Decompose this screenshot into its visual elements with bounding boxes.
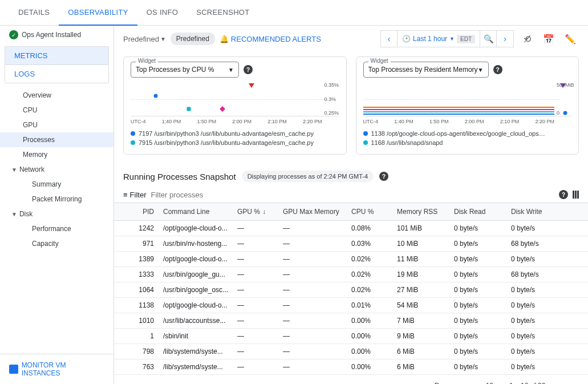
cell-cmd: /usr/bin/nv-hosteng... bbox=[163, 240, 237, 248]
tab-screenshot[interactable]: SCREENSHOT bbox=[187, 0, 258, 25]
xtick: 2:00 PM bbox=[465, 119, 484, 124]
tab-details[interactable]: DETAILS bbox=[9, 0, 59, 25]
monitor-vm-link[interactable]: MONITOR VM INSTANCES bbox=[0, 354, 113, 384]
col-cmd[interactable]: Command Line bbox=[163, 208, 237, 216]
xtick: 1:40 PM bbox=[394, 119, 413, 124]
time-next-button[interactable]: › bbox=[497, 30, 514, 47]
xtick: 2:00 PM bbox=[232, 119, 252, 124]
chart2-body[interactable]: 500MiB 0 bbox=[363, 82, 572, 116]
col-cpu[interactable]: CPU % bbox=[351, 208, 397, 216]
table-row[interactable]: 798/lib/systemd/syste...——0.00%6 MiB0 by… bbox=[114, 344, 588, 359]
table-row[interactable]: 1/sbin/init——0.00%9 MiB0 byte/s0 byte/s bbox=[114, 329, 588, 344]
nav-overview[interactable]: Overview bbox=[0, 88, 113, 103]
edit-icon[interactable]: ✏️ bbox=[562, 30, 579, 47]
search-button[interactable]: 🔍 bbox=[480, 30, 497, 47]
chevron-down-icon: ▼ bbox=[11, 167, 17, 173]
predefined-dropdown[interactable]: Predefined ▼ bbox=[123, 35, 166, 43]
help-icon[interactable]: ? bbox=[559, 190, 568, 199]
col-pid[interactable]: PID bbox=[123, 208, 163, 216]
subtab-logs[interactable]: LOGS bbox=[5, 64, 108, 83]
time-range-picker[interactable]: 🕑 Last 1 hour ▼ EDT bbox=[398, 30, 480, 47]
table-row[interactable]: 1138/opt/google-cloud-o...——0.01%54 MiB0… bbox=[114, 298, 588, 313]
nav-disk[interactable]: ▼ Disk bbox=[0, 207, 113, 221]
chart2-lines bbox=[363, 106, 555, 115]
table-row[interactable]: 1333/usr/bin/google_gu...——0.02%19 MiB0 … bbox=[114, 267, 588, 282]
col-dw[interactable]: Disk Write bbox=[511, 208, 568, 216]
nav-gpu[interactable]: GPU bbox=[0, 118, 113, 132]
page-next-button[interactable]: › bbox=[571, 381, 579, 384]
tab-os-info[interactable]: OS INFO bbox=[137, 0, 188, 25]
chevron-down-icon: ▼ bbox=[160, 36, 166, 42]
nav-performance[interactable]: Performance bbox=[0, 221, 113, 236]
col-dr[interactable]: Disk Read bbox=[454, 208, 511, 216]
columns-icon[interactable] bbox=[573, 191, 579, 199]
cell-gpu: — bbox=[237, 301, 283, 309]
filter-input[interactable] bbox=[151, 191, 554, 199]
charts-row: Widget Top Processes by CPU % ▼ ? 0.35% bbox=[114, 52, 588, 159]
auto-refresh-off-icon[interactable]: ⟲̸ bbox=[518, 30, 536, 47]
subtab-metrics[interactable]: METRICS bbox=[5, 47, 108, 64]
cell-rss: 10 MiB bbox=[397, 240, 454, 248]
table-row[interactable]: 1389/opt/google-cloud-o...——0.02%11 MiB0… bbox=[114, 252, 588, 267]
widget2-value: Top Processes by Resident Memory bbox=[368, 66, 478, 74]
rpp-label: Rows per page: bbox=[435, 382, 482, 384]
widget1-select[interactable]: Widget Top Processes by CPU % ▼ bbox=[131, 62, 239, 78]
table-row[interactable]: 971/usr/bin/nv-hosteng...——0.03%10 MiB0 … bbox=[114, 236, 588, 252]
table-row[interactable]: 763/lib/systemd/syste...——0.00%6 MiB0 by… bbox=[114, 359, 588, 375]
help-icon[interactable]: ? bbox=[379, 172, 388, 181]
col-rss[interactable]: Memory RSS bbox=[397, 208, 454, 216]
page-range: 1 – 10 of 32 bbox=[509, 382, 545, 384]
xtick: 1:50 PM bbox=[429, 119, 449, 124]
chart1-body[interactable]: 0.35% 0.3% 0.25% bbox=[131, 82, 339, 116]
cell-dr: 0 byte/s bbox=[454, 301, 511, 309]
recommended-alerts-button[interactable]: 🔔 RECOMMENDED ALERTS bbox=[220, 35, 321, 43]
monitor-vm-label: MONITOR VM INSTANCES bbox=[22, 361, 104, 377]
cell-gpu: — bbox=[237, 317, 283, 325]
cell-gpu: — bbox=[237, 347, 283, 355]
table-row[interactable]: 1242/opt/google-cloud-o...——0.08%101 MiB… bbox=[114, 221, 588, 236]
nav-memory[interactable]: Memory bbox=[0, 147, 113, 162]
monitor-icon bbox=[9, 365, 18, 374]
nav-summary[interactable]: Summary bbox=[0, 177, 113, 192]
col-gpu[interactable]: GPU % ↓ bbox=[237, 208, 283, 216]
predefined-chip[interactable]: Predefined bbox=[171, 33, 215, 45]
predefined-label: Predefined bbox=[123, 35, 159, 43]
nav-capacity[interactable]: Capacity bbox=[0, 236, 113, 251]
cell-cmd: /opt/google-cloud-o... bbox=[163, 301, 237, 309]
time-prev-button[interactable]: ‹ bbox=[380, 30, 398, 47]
help-icon[interactable]: ? bbox=[244, 65, 253, 74]
table-row[interactable]: 1064/usr/bin/google_osc...——0.02%27 MiB0… bbox=[114, 282, 588, 298]
widget2-select[interactable]: Widget Top Processes by Resident Memory … bbox=[363, 62, 489, 78]
legend-item[interactable]: 1168 /usr/lib/snapd/snapd bbox=[363, 138, 572, 147]
cell-cpu: 0.00% bbox=[351, 332, 397, 340]
nav-packet-mirroring[interactable]: Packet Mirroring bbox=[0, 192, 113, 207]
cell-cmd: /sbin/init bbox=[163, 332, 237, 340]
processes-table: PID Command Line GPU % ↓ GPU Max Memory … bbox=[114, 203, 588, 375]
calendar-icon[interactable]: 📅 bbox=[540, 30, 557, 47]
cell-rss: 27 MiB bbox=[397, 286, 454, 294]
legend-item[interactable]: 7915 /usr/bin/python3 /usr/lib/ubuntu-ad… bbox=[131, 138, 339, 147]
page-prev-button[interactable]: ‹ bbox=[554, 381, 562, 384]
cell-dr: 0 byte/s bbox=[454, 240, 511, 248]
tab-observability[interactable]: OBSERVABILITY bbox=[59, 0, 137, 26]
nav-network[interactable]: ▼ Network bbox=[0, 162, 113, 177]
timezone-chip[interactable]: EDT bbox=[457, 35, 475, 43]
bell-icon: 🔔 bbox=[220, 35, 229, 43]
help-icon[interactable]: ? bbox=[493, 65, 502, 74]
cell-cpu: 0.03% bbox=[351, 240, 397, 248]
rpp-select[interactable]: 10 ▼ bbox=[486, 382, 500, 384]
nav-cpu[interactable]: CPU bbox=[0, 103, 113, 118]
nav-processes[interactable]: Processes bbox=[0, 132, 113, 147]
cell-cmd: /usr/lib/accountsse... bbox=[163, 317, 237, 325]
snapshot-header: Running Processes Snapshot Displaying pr… bbox=[114, 159, 588, 187]
cell-rss: 11 MiB bbox=[397, 255, 454, 263]
cell-rss: 6 MiB bbox=[397, 363, 454, 371]
col-gmem[interactable]: GPU Max Memory bbox=[283, 208, 351, 216]
table-row[interactable]: 1010/usr/lib/accountsse...——0.00%7 MiB0 … bbox=[114, 313, 588, 329]
cell-dr: 0 byte/s bbox=[454, 286, 511, 294]
cell-gpu: — bbox=[237, 224, 283, 232]
legend-item[interactable]: 7197 /usr/bin/python3 /usr/lib/ubuntu-ad… bbox=[131, 129, 339, 138]
ytick: 0.25% bbox=[325, 110, 339, 116]
cell-cpu: 0.00% bbox=[351, 347, 397, 355]
legend-item[interactable]: 1138 /opt/google-cloud-ops-agent/libexec… bbox=[363, 129, 572, 138]
